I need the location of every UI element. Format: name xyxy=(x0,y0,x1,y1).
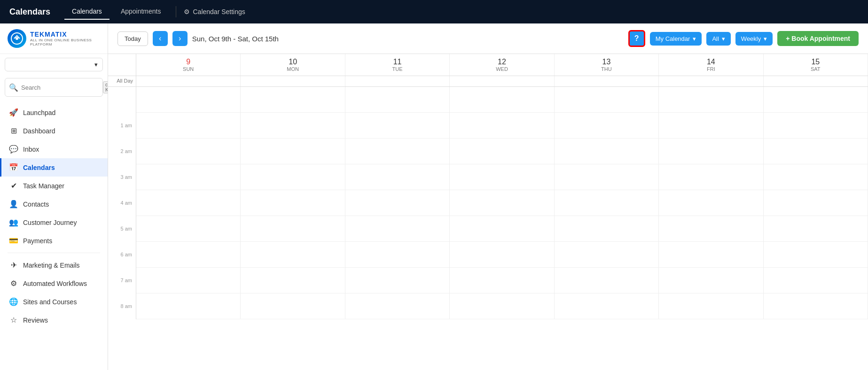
allday-cell-6[interactable] xyxy=(764,76,868,86)
allday-cell-0[interactable] xyxy=(136,76,241,86)
cell-3am-mon[interactable] xyxy=(241,164,345,190)
prev-button[interactable]: ‹ xyxy=(153,31,168,46)
cell-5am-wed[interactable] xyxy=(450,216,554,242)
sidebar-item-payments[interactable]: 💳 Payments xyxy=(0,231,108,250)
cell-midnight-fri[interactable] xyxy=(659,87,763,113)
cell-6am-fri[interactable] xyxy=(659,242,763,268)
cell-6am-tue[interactable] xyxy=(345,242,450,268)
cell-5am-mon[interactable] xyxy=(241,216,345,242)
allday-cell-1[interactable] xyxy=(241,76,345,86)
cell-8am-tue[interactable] xyxy=(345,293,450,319)
cell-5am-tue[interactable] xyxy=(345,216,450,242)
cell-midnight-mon[interactable] xyxy=(241,87,345,113)
sidebar-item-inbox[interactable]: 💬 Inbox xyxy=(0,140,108,158)
cell-7am-sun[interactable] xyxy=(136,268,241,293)
cell-2am-sat[interactable] xyxy=(764,139,868,164)
cell-midnight-tue[interactable] xyxy=(345,87,450,113)
calendar-body[interactable]: 1 am 2 am xyxy=(108,87,868,370)
workspace-dropdown[interactable]: ▾ xyxy=(5,58,103,71)
cell-8am-fri[interactable] xyxy=(659,293,763,319)
cell-4am-thu[interactable] xyxy=(555,190,659,216)
cell-2am-wed[interactable] xyxy=(450,139,554,164)
calendar-settings-link[interactable]: ⚙ Calendar Settings xyxy=(184,8,245,15)
cell-8am-sat[interactable] xyxy=(764,293,868,319)
cell-2am-thu[interactable] xyxy=(555,139,659,164)
book-appointment-button[interactable]: + Book Appointment xyxy=(777,31,859,46)
cell-5am-fri[interactable] xyxy=(659,216,763,242)
sidebar-item-task-manager[interactable]: ✔ Task Manager xyxy=(0,177,108,195)
cell-3am-sun[interactable] xyxy=(136,164,241,190)
help-button[interactable]: ? xyxy=(628,30,645,47)
next-button[interactable]: › xyxy=(172,31,188,46)
cell-1am-mon[interactable] xyxy=(241,113,345,139)
today-button[interactable]: Today xyxy=(117,31,148,46)
chevron-down-icon: ▾ xyxy=(722,35,725,42)
weekly-dropdown[interactable]: Weekly ▾ xyxy=(735,32,773,46)
tab-appointments[interactable]: Appointments xyxy=(113,4,169,20)
cell-4am-tue[interactable] xyxy=(345,190,450,216)
cell-6am-wed[interactable] xyxy=(450,242,554,268)
cell-2am-mon[interactable] xyxy=(241,139,345,164)
cell-3am-tue[interactable] xyxy=(345,164,450,190)
cell-8am-mon[interactable] xyxy=(241,293,345,319)
cell-8am-thu[interactable] xyxy=(555,293,659,319)
cell-1am-sun[interactable] xyxy=(136,113,241,139)
sidebar-item-launchpad[interactable]: 🚀 Launchpad xyxy=(0,103,108,122)
cell-4am-wed[interactable] xyxy=(450,190,554,216)
cell-1am-fri[interactable] xyxy=(659,113,763,139)
cell-2am-tue[interactable] xyxy=(345,139,450,164)
cell-midnight-thu[interactable] xyxy=(555,87,659,113)
cell-6am-mon[interactable] xyxy=(241,242,345,268)
view-label: Weekly xyxy=(741,35,761,42)
sidebar-item-workflows[interactable]: ⚙ Automated Workflows xyxy=(0,274,108,293)
cell-7am-mon[interactable] xyxy=(241,268,345,293)
cell-5am-thu[interactable] xyxy=(555,216,659,242)
cell-4am-fri[interactable] xyxy=(659,190,763,216)
cell-3am-wed[interactable] xyxy=(450,164,554,190)
cell-6am-sun[interactable] xyxy=(136,242,241,268)
cell-8am-sun[interactable] xyxy=(136,293,241,319)
dashboard-icon: ⊞ xyxy=(9,126,18,135)
cell-midnight-sun[interactable] xyxy=(136,87,241,113)
cell-5am-sat[interactable] xyxy=(764,216,868,242)
cell-2am-fri[interactable] xyxy=(659,139,763,164)
sidebar-item-sites[interactable]: 🌐 Sites and Courses xyxy=(0,293,108,311)
day-name-sat: Sat xyxy=(768,66,863,72)
cell-midnight-sat[interactable] xyxy=(764,87,868,113)
cell-7am-wed[interactable] xyxy=(450,268,554,293)
cell-2am-sun[interactable] xyxy=(136,139,241,164)
cell-4am-sat[interactable] xyxy=(764,190,868,216)
cell-7am-tue[interactable] xyxy=(345,268,450,293)
cell-1am-tue[interactable] xyxy=(345,113,450,139)
sidebar-item-marketing[interactable]: ✈ Marketing & Emails xyxy=(0,256,108,274)
cell-4am-mon[interactable] xyxy=(241,190,345,216)
cell-8am-wed[interactable] xyxy=(450,293,554,319)
all-dropdown[interactable]: All ▾ xyxy=(706,32,730,46)
cell-4am-sun[interactable] xyxy=(136,190,241,216)
cell-1am-sat[interactable] xyxy=(764,113,868,139)
cell-6am-thu[interactable] xyxy=(555,242,659,268)
allday-cell-5[interactable] xyxy=(659,76,763,86)
allday-cell-4[interactable] xyxy=(555,76,659,86)
my-calendar-dropdown[interactable]: My Calendar ▾ xyxy=(650,32,702,46)
sidebar-item-calendars[interactable]: 📅 Calendars xyxy=(0,158,108,177)
sidebar-item-reviews[interactable]: ☆ Reviews xyxy=(0,311,108,329)
cell-7am-thu[interactable] xyxy=(555,268,659,293)
cell-1am-wed[interactable] xyxy=(450,113,554,139)
sidebar-item-customer-journey[interactable]: 👥 Customer Journey xyxy=(0,213,108,231)
cell-7am-sat[interactable] xyxy=(764,268,868,293)
cell-1am-thu[interactable] xyxy=(555,113,659,139)
allday-cell-2[interactable] xyxy=(345,76,450,86)
cell-7am-fri[interactable] xyxy=(659,268,763,293)
tab-calendars[interactable]: Calendars xyxy=(64,4,109,20)
cell-5am-sun[interactable] xyxy=(136,216,241,242)
cell-3am-sat[interactable] xyxy=(764,164,868,190)
cell-3am-thu[interactable] xyxy=(555,164,659,190)
search-input[interactable] xyxy=(21,84,100,91)
cell-3am-fri[interactable] xyxy=(659,164,763,190)
sidebar-item-contacts[interactable]: 👤 Contacts xyxy=(0,195,108,213)
cell-midnight-wed[interactable] xyxy=(450,87,554,113)
allday-cell-3[interactable] xyxy=(450,76,554,86)
sidebar-item-dashboard[interactable]: ⊞ Dashboard xyxy=(0,122,108,140)
cell-6am-sat[interactable] xyxy=(764,242,868,268)
